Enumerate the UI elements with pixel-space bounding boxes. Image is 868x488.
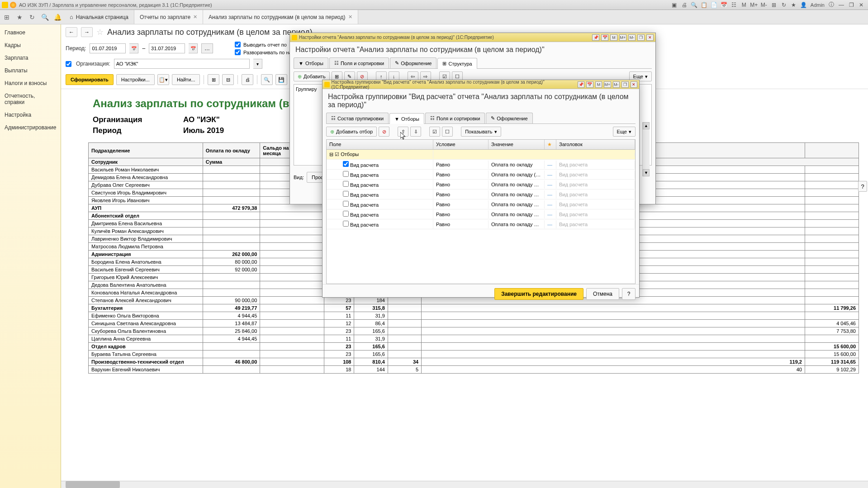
toolbar-icon[interactable]: ⊞ bbox=[770, 1, 778, 9]
toolbar-text[interactable]: M bbox=[740, 1, 748, 9]
filter-checkbox[interactable] bbox=[343, 181, 349, 187]
uncheck-icon[interactable]: ☐ bbox=[442, 127, 453, 137]
minimize-icon[interactable]: — bbox=[837, 1, 845, 9]
tab-analysis[interactable]: Анализ зарплаты по сотрудникам (в целом … bbox=[203, 10, 358, 24]
apps-grid-icon[interactable]: ⊞ bbox=[3, 13, 11, 21]
tab-fields[interactable]: ☷Поля и сортировки bbox=[425, 113, 485, 123]
filter-row[interactable]: Вид расчетаРавноОплата по окладу на 0…—В… bbox=[327, 199, 635, 209]
scroll-up-icon[interactable]: ▲ bbox=[643, 122, 650, 129]
tab-composition[interactable]: ☷Состав группировки bbox=[326, 113, 389, 123]
mm-button[interactable]: M- bbox=[613, 81, 620, 88]
toolbar-icon[interactable]: ☷ bbox=[730, 1, 738, 9]
m-button[interactable]: M bbox=[610, 34, 617, 41]
filter-checkbox[interactable] bbox=[343, 191, 349, 197]
toolbar-icon[interactable]: 📋 bbox=[700, 1, 708, 9]
toolbar-icon[interactable]: 📄 bbox=[710, 1, 718, 9]
settings-button[interactable]: Настройки... bbox=[116, 74, 155, 85]
org-checkbox[interactable] bbox=[66, 61, 71, 67]
bell-icon[interactable]: 🔔 bbox=[53, 13, 62, 21]
period-select-button[interactable]: … bbox=[201, 43, 213, 53]
maximize-icon[interactable]: ❐ bbox=[621, 81, 628, 88]
pin-icon[interactable]: 📌 bbox=[592, 34, 599, 41]
finish-button[interactable]: Завершить редактирование bbox=[494, 288, 583, 300]
close-icon[interactable]: ✕ bbox=[348, 14, 352, 20]
m-button[interactable]: M bbox=[595, 81, 602, 88]
more-button[interactable]: Еще ▾ bbox=[613, 127, 636, 137]
calc-icon[interactable]: 📅 bbox=[601, 34, 608, 41]
filter-checkbox[interactable] bbox=[343, 161, 349, 167]
sidebar-item-kadry[interactable]: Кадры bbox=[0, 39, 61, 52]
tab-otbory[interactable]: ▼Отборы bbox=[389, 113, 424, 124]
dropdown-icon[interactable]: ▾ bbox=[253, 59, 262, 69]
back-button[interactable]: ← bbox=[66, 27, 77, 37]
scroll-down-icon[interactable]: ▼ bbox=[643, 169, 650, 176]
expand-all-icon[interactable]: ⊞ bbox=[208, 74, 219, 85]
calc-icon[interactable]: 📅 bbox=[586, 81, 593, 88]
save-icon[interactable]: 💾 bbox=[275, 74, 287, 85]
delete-icon[interactable]: ⊘ bbox=[379, 127, 389, 137]
sidebar-item-vyplaty[interactable]: Выплаты bbox=[0, 64, 61, 77]
mm-button[interactable]: M- bbox=[628, 34, 636, 41]
tab-structure[interactable]: ⊞Структура bbox=[437, 58, 477, 69]
sidebar-item-nastroyka[interactable]: Настройка bbox=[0, 109, 61, 121]
vertical-scrollbar[interactable]: ▲ ▼ bbox=[642, 122, 650, 176]
sidebar-item-zarplata[interactable]: Зарплата bbox=[0, 52, 61, 64]
cancel-button[interactable]: Отмена bbox=[586, 288, 619, 300]
filter-row[interactable]: Вид расчетаРавноОплата по окладу на 0…—В… bbox=[327, 190, 635, 199]
history-icon[interactable]: ↻ bbox=[28, 13, 36, 21]
sidebar-item-main[interactable]: Главное bbox=[0, 26, 61, 39]
filter-row[interactable]: Вид расчетаРавноОплата по окладу на 0…—В… bbox=[327, 180, 635, 190]
info-icon[interactable]: ⓘ bbox=[827, 1, 835, 9]
star-icon[interactable]: ★ bbox=[15, 13, 24, 21]
maximize-icon[interactable]: ❐ bbox=[637, 34, 645, 41]
toolbar-icon[interactable]: 📅 bbox=[720, 1, 728, 9]
add-filter-button[interactable]: ⊕Добавить отбор bbox=[326, 127, 377, 137]
org-select[interactable] bbox=[114, 59, 250, 69]
favorite-star-icon[interactable]: ☆ bbox=[96, 27, 104, 37]
variant-button[interactable]: 📋▾ bbox=[157, 74, 169, 85]
tab-otbory[interactable]: ▼Отборы bbox=[294, 57, 328, 68]
tree-node[interactable]: Группиру bbox=[296, 86, 317, 92]
filter-row[interactable]: Вид расчетаРавноОплата по окладу на 0…—В… bbox=[327, 209, 635, 219]
maximize-icon[interactable]: ❐ bbox=[847, 1, 855, 9]
form-button[interactable]: Сформировать bbox=[66, 74, 114, 85]
search-icon[interactable]: 🔍 bbox=[41, 13, 49, 21]
toolbar-icon[interactable]: 🔍 bbox=[690, 1, 698, 9]
history-icon[interactable]: ↻ bbox=[780, 1, 788, 9]
filter-checkbox[interactable] bbox=[343, 221, 349, 227]
filter-row[interactable]: Вид расчетаРавноОплата по окладу—Вид рас… bbox=[327, 160, 635, 170]
toolbar-text[interactable]: M- bbox=[760, 1, 768, 9]
check-icon[interactable]: ☑ bbox=[429, 127, 440, 137]
down-icon[interactable]: ⇩ bbox=[410, 127, 421, 137]
filter-checkbox[interactable] bbox=[343, 171, 349, 177]
tab-home[interactable]: ⌂ Начальная страница bbox=[64, 10, 134, 24]
close-icon[interactable]: ✕ bbox=[193, 14, 197, 20]
tab-fields[interactable]: ☷Поля и сортировки bbox=[329, 57, 389, 68]
show-button[interactable]: Показывать ▾ bbox=[461, 127, 501, 137]
filter-checkbox[interactable] bbox=[343, 201, 349, 207]
tab-format[interactable]: ✎Оформление bbox=[486, 113, 532, 123]
mp-button[interactable]: M+ bbox=[619, 34, 626, 41]
date-to-input[interactable] bbox=[149, 43, 185, 53]
toolbar-icon[interactable]: 🖨 bbox=[680, 1, 688, 9]
toolbar-text[interactable]: M+ bbox=[750, 1, 758, 9]
filter-root-row[interactable]: ⊟ ☑ Отборы bbox=[327, 150, 635, 160]
horizontal-scrollbar[interactable] bbox=[61, 481, 868, 488]
check-expand[interactable] bbox=[235, 49, 241, 55]
forward-button[interactable]: → bbox=[81, 27, 93, 37]
calendar-icon[interactable]: 📅 bbox=[189, 43, 198, 53]
tab-reports[interactable]: Отчеты по зарплате ✕ bbox=[134, 10, 203, 24]
close-icon[interactable]: ✕ bbox=[857, 1, 865, 9]
collapse-all-icon[interactable]: ⊟ bbox=[222, 74, 234, 85]
calendar-icon[interactable]: 📅 bbox=[129, 43, 138, 53]
filter-row[interactable]: Вид расчетаРавноОплата по окладу на 0…—В… bbox=[327, 219, 635, 229]
tab-format[interactable]: ✎Оформление bbox=[390, 57, 436, 68]
up-icon[interactable]: ⇧ bbox=[398, 127, 408, 137]
find-button[interactable]: Найти... bbox=[172, 74, 200, 85]
mp-button[interactable]: M+ bbox=[604, 81, 611, 88]
filter-checkbox[interactable] bbox=[343, 211, 349, 217]
favorites-icon[interactable]: ★ bbox=[790, 1, 798, 9]
filter-row[interactable]: Вид расчетаРавноОплата по окладу (по …—В… bbox=[327, 170, 635, 180]
sidebar-item-nalogi[interactable]: Налоги и взносы bbox=[0, 77, 61, 90]
sidebar-item-admin[interactable]: Администрирование bbox=[0, 121, 61, 134]
